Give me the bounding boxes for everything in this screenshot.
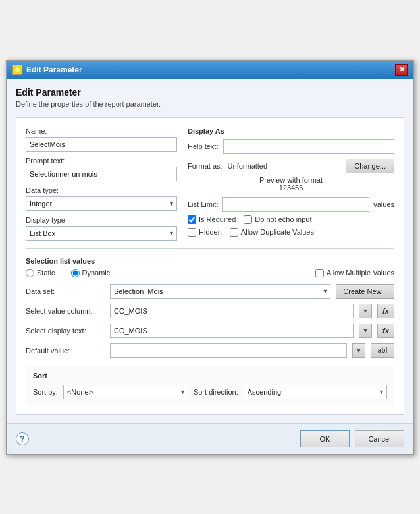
hidden-checkbox[interactable] [188, 228, 196, 237]
display-type-label: Display type: [26, 216, 177, 224]
list-limit-input[interactable] [222, 197, 369, 212]
radio-row: Static Dynamic [26, 269, 110, 277]
checkboxes-row-2: Hidden Allow Duplicate Values [188, 228, 394, 237]
select-value-row: Select value column: CO_MOIS ▼ fx [26, 304, 394, 318]
dialog-content: Edit Parameter Define the properties of … [7, 79, 413, 423]
is-required-checkbox[interactable] [188, 215, 196, 224]
values-text: values [373, 200, 394, 208]
list-limit-row: List Limit: values [188, 197, 394, 212]
hidden-checkbox-item: Hidden [188, 228, 222, 237]
data-set-row: Data set: Selection_Mois ▼ Create New... [26, 284, 394, 299]
default-value-row: Default value: ▼ abl [26, 343, 394, 358]
data-type-select-wrapper: Integer String Date Boolean Float Decima… [26, 196, 177, 211]
static-radio[interactable] [26, 269, 34, 277]
sort-title: Sort [33, 372, 387, 380]
preview-value: 123456 [188, 184, 394, 192]
page-title: Edit Parameter [16, 87, 404, 98]
display-as-title: Display As [188, 127, 394, 135]
do-not-echo-checkbox[interactable] [244, 215, 252, 224]
hidden-label[interactable]: Hidden [199, 228, 222, 236]
static-label[interactable]: Static [37, 269, 55, 277]
page-subtitle: Define the properties of the report para… [16, 100, 404, 108]
fx-icon: fx [382, 307, 389, 315]
default-value-abl-button[interactable]: abl [371, 343, 394, 358]
window-icon: ⚙ [12, 65, 22, 75]
fx-icon-2: fx [382, 327, 389, 335]
data-set-select-wrapper: Selection_Mois ▼ [110, 284, 330, 299]
select-value-label: Select value column: [26, 307, 105, 315]
sort-direction-select-wrapper: Ascending Descending ▼ [244, 385, 387, 399]
checkboxes-row-1: Is Required Do not echo input [188, 215, 394, 224]
data-type-select[interactable]: Integer String Date Boolean Float Decima… [26, 196, 177, 211]
prompt-label: Prompt text: [26, 157, 177, 165]
help-text-label: Help text: [188, 142, 218, 150]
select-value-display: CO_MOIS [110, 304, 354, 318]
create-new-button[interactable]: Create New... [336, 284, 394, 299]
left-column: Name: Prompt text: Data type: Integer St… [26, 127, 177, 241]
preview-label: Preview with format [188, 176, 394, 184]
name-label: Name: [26, 127, 177, 135]
prompt-input[interactable] [26, 167, 177, 181]
dynamic-radio-item: Dynamic [71, 269, 111, 277]
format-row: Format as: Unformatted Change... [188, 159, 394, 173]
title-bar: ⚙ Edit Parameter ✕ [7, 61, 413, 79]
allow-multiple-checkbox[interactable] [315, 269, 324, 277]
change-button[interactable]: Change... [346, 159, 394, 173]
data-set-label: Data set: [26, 287, 105, 295]
default-value-display [110, 343, 347, 358]
select-display-row: Select display text: CO_MOIS ▼ fx [26, 324, 394, 338]
default-value-label: Default value: [26, 347, 105, 355]
allow-multiple-wrapper: Allow Multiple Values [315, 269, 394, 277]
data-set-select[interactable]: Selection_Mois [110, 284, 330, 299]
dynamic-label[interactable]: Dynamic [82, 269, 111, 277]
main-columns: Name: Prompt text: Data type: Integer St… [26, 127, 394, 241]
select-display-label: Select display text: [26, 327, 105, 335]
selection-title: Selection list values [26, 257, 394, 265]
allow-duplicate-checkbox[interactable] [230, 228, 238, 237]
radio-and-allow-row: Static Dynamic Allow Multiple Values [26, 269, 394, 277]
sort-direction-select[interactable]: Ascending Descending [244, 385, 387, 399]
sort-section: Sort Sort by: <None> ▼ Sort direction: [26, 366, 394, 405]
close-button[interactable]: ✕ [395, 64, 408, 76]
divider-1 [26, 248, 394, 249]
preview-row: Preview with format 123456 [188, 176, 394, 192]
form-area: Name: Prompt text: Data type: Integer St… [16, 117, 404, 415]
sort-direction-label: Sort direction: [194, 388, 238, 396]
sort-by-label: Sort by: [33, 388, 58, 396]
is-required-checkbox-item: Is Required [188, 215, 236, 224]
cancel-button[interactable]: Cancel [355, 430, 404, 447]
static-radio-item: Static [26, 269, 55, 277]
right-column: Display As Help text: Format as: Unforma… [188, 127, 394, 241]
bottom-bar: ? OK Cancel [7, 423, 413, 454]
sort-by-select-wrapper: <None> ▼ [63, 385, 188, 399]
sort-row: Sort by: <None> ▼ Sort direction: Ascend… [33, 385, 387, 399]
select-display-display: CO_MOIS [110, 324, 354, 338]
title-bar-label: Edit Parameter [26, 65, 82, 74]
display-type-select[interactable]: List Box Drop Down List Radio Buttons Ch… [26, 226, 177, 241]
title-bar-content: ⚙ Edit Parameter [12, 65, 82, 75]
allow-multiple-label[interactable]: Allow Multiple Values [327, 269, 394, 277]
selection-section: Selection list values Static Dynamic [26, 257, 394, 405]
select-value-dropdown-btn[interactable]: ▼ [359, 304, 372, 318]
do-not-echo-label[interactable]: Do not echo input [255, 215, 311, 223]
edit-parameter-window: ⚙ Edit Parameter ✕ Edit Parameter Define… [6, 60, 414, 455]
select-value-fx-button[interactable]: fx [377, 304, 394, 318]
help-text-input[interactable] [223, 139, 394, 154]
name-input[interactable] [26, 137, 177, 152]
allow-duplicate-checkbox-item: Allow Duplicate Values [230, 228, 314, 237]
help-button[interactable]: ? [16, 432, 29, 445]
help-text-row: Help text: [188, 139, 394, 154]
select-display-fx-button[interactable]: fx [377, 324, 394, 338]
allow-duplicate-label[interactable]: Allow Duplicate Values [241, 228, 314, 236]
do-not-echo-checkbox-item: Do not echo input [244, 215, 311, 224]
dynamic-radio[interactable] [71, 269, 80, 277]
dialog-buttons: OK Cancel [300, 430, 404, 447]
format-as-label: Format as: [188, 162, 223, 170]
list-limit-label: List Limit: [188, 200, 218, 208]
data-type-label: Data type: [26, 186, 177, 194]
select-display-dropdown-btn[interactable]: ▼ [359, 324, 372, 338]
ok-button[interactable]: OK [300, 430, 350, 447]
default-value-dropdown-btn[interactable]: ▼ [352, 343, 365, 358]
sort-by-select[interactable]: <None> [63, 385, 188, 399]
is-required-label[interactable]: Is Required [199, 215, 236, 223]
